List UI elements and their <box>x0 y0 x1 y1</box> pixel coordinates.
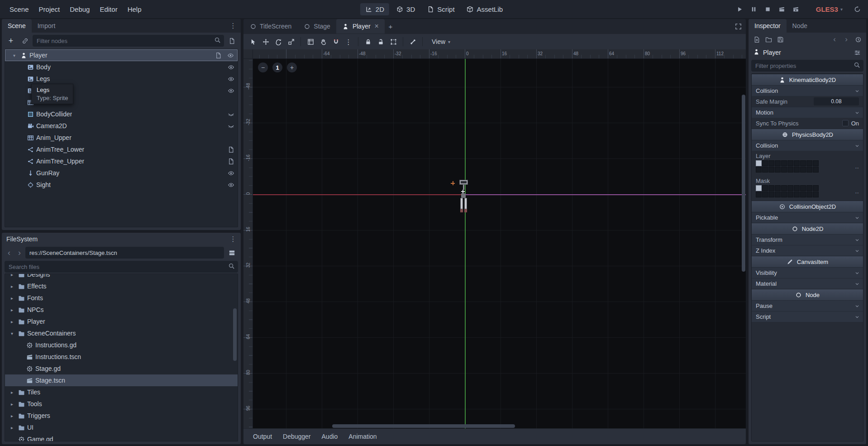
current-path-field[interactable] <box>25 247 224 259</box>
inspector-tab-node[interactable]: Node <box>787 19 813 33</box>
layer-bit-15[interactable] <box>781 167 787 173</box>
tab-close-button[interactable]: × <box>375 22 379 30</box>
split-mode-button[interactable] <box>225 247 238 259</box>
panel-tab-audio[interactable]: Audio <box>317 430 343 443</box>
menu-editor[interactable]: Editor <box>95 3 122 16</box>
canvas-hscrollbar[interactable] <box>332 424 515 428</box>
collapse-arrow-icon[interactable]: ▾ <box>9 331 15 336</box>
file-instructions-gd[interactable]: Instructions.gd <box>5 339 238 351</box>
mask-bit-5[interactable] <box>781 185 787 191</box>
file-tools[interactable]: ▸Tools <box>5 398 238 410</box>
section-collision[interactable]: Collision <box>752 140 863 151</box>
file-effects[interactable]: ▸Effects <box>5 280 238 292</box>
add-node-button[interactable]: + <box>5 35 17 47</box>
file-scenecontainers[interactable]: ▾SceneContainers <box>5 327 238 339</box>
layer-bit-11[interactable] <box>756 167 762 173</box>
scene-node-gunray[interactable]: GunRay <box>5 167 238 179</box>
history-back-button[interactable]: ‹ <box>5 247 14 258</box>
mask-bit-6[interactable] <box>787 185 793 191</box>
mask-bit-1[interactable] <box>756 185 762 191</box>
sync-to-physics-checkbox[interactable] <box>842 120 849 126</box>
menu-debug[interactable]: Debug <box>65 3 95 16</box>
mask-bit-8[interactable] <box>800 185 806 191</box>
scene-node-animtree-upper[interactable]: AnimTree_Upper <box>5 155 238 167</box>
search-files-input[interactable] <box>5 261 238 273</box>
view-menu-button[interactable]: View▾ <box>426 36 456 47</box>
eye-open-button[interactable] <box>225 50 235 60</box>
file-designs[interactable]: ▸Designs <box>5 273 238 280</box>
menu-project[interactable]: Project <box>34 3 65 16</box>
mask-bit-17[interactable] <box>794 192 800 197</box>
nav-forward-button[interactable]: › <box>841 34 852 45</box>
play-scene-button[interactable] <box>776 3 788 15</box>
file-stage-tscn[interactable]: Stage.tscn <box>5 374 238 386</box>
layer-bit-19[interactable] <box>806 167 812 173</box>
history-forward-button[interactable]: › <box>15 247 24 258</box>
new-scene-tab-button[interactable]: + <box>385 19 396 34</box>
eye-open-button[interactable] <box>226 62 236 72</box>
mask-bit-15[interactable] <box>781 192 787 197</box>
workspace-2d[interactable]: 2D <box>360 3 389 15</box>
workspace-assetlib[interactable]: AssetLib <box>462 3 508 15</box>
expand-arrow-icon[interactable]: ▸ <box>9 273 15 277</box>
section-motion[interactable]: Motion <box>752 107 863 118</box>
expand-arrow-icon[interactable]: ▸ <box>9 319 15 324</box>
section-script[interactable]: Script <box>752 311 863 322</box>
scene-node-legs[interactable]: Legs <box>5 73 238 85</box>
mask-bit-3[interactable] <box>768 185 774 191</box>
collapse-arrow-icon[interactable]: ▾ <box>11 53 18 58</box>
mask-bit-19[interactable] <box>806 192 812 197</box>
category-physicsbody2d[interactable]: PhysicsBody2D <box>752 129 863 140</box>
dock-menu-button[interactable]: ⋮ <box>227 19 239 33</box>
play-custom-scene-button[interactable] <box>790 3 802 15</box>
expand-arrow-icon[interactable]: ▸ <box>9 284 15 289</box>
scene-tab-titlescreen[interactable]: TitleScreen <box>243 19 297 34</box>
expand-arrow-icon[interactable]: ▸ <box>9 307 15 312</box>
layer-bit-2[interactable] <box>762 160 768 166</box>
file-tiles[interactable]: ▸Tiles <box>5 386 238 398</box>
select-tool-button[interactable] <box>247 36 259 48</box>
eye-open-button[interactable] <box>226 86 236 96</box>
file-stage-gd[interactable]: Stage.gd <box>5 363 238 374</box>
layer-bit-20[interactable] <box>813 167 819 173</box>
scene-tab-stage[interactable]: Stage <box>297 19 336 34</box>
dock-menu-button[interactable]: ⋮ <box>227 235 239 243</box>
section-material[interactable]: Material <box>752 278 863 289</box>
category-collisionobject2d[interactable]: CollisionObject2D <box>752 201 863 212</box>
skeleton-bone-button[interactable] <box>407 36 419 48</box>
mask-bit-13[interactable] <box>768 192 774 197</box>
2d-viewport-canvas[interactable]: − 1 + <box>253 58 746 428</box>
instance-scene-button[interactable] <box>19 35 31 47</box>
mask-bit-9[interactable] <box>806 185 812 191</box>
pan-tool-button[interactable] <box>317 36 329 48</box>
workspace-script[interactable]: Script <box>422 3 459 15</box>
file-fonts[interactable]: ▸Fonts <box>5 292 238 304</box>
inspector-options-button[interactable] <box>852 48 862 58</box>
eye-open-button[interactable] <box>226 168 236 178</box>
script-button[interactable] <box>226 156 236 166</box>
scene-node-body[interactable]: Body <box>5 61 238 73</box>
mask-bit-11[interactable] <box>756 192 762 197</box>
file-instructions-tscn[interactable]: Instructions.tscn <box>5 351 238 363</box>
section-z-index[interactable]: Z Index <box>752 245 863 256</box>
new-resource-button[interactable] <box>751 34 762 45</box>
layer-bit-9[interactable] <box>806 160 812 166</box>
panel-tab-animation[interactable]: Animation <box>343 430 382 443</box>
script-button[interactable] <box>213 50 223 60</box>
expand-arrow-icon[interactable]: ▸ <box>9 402 15 407</box>
unlock-object-button[interactable] <box>375 36 386 48</box>
pause-button[interactable] <box>748 3 760 15</box>
section-pickable[interactable]: Pickable <box>752 212 863 223</box>
layer-bit-1[interactable] <box>756 160 762 166</box>
zoom-in-button[interactable]: + <box>287 62 297 72</box>
scene-node-player[interactable]: ▾Player <box>5 49 238 61</box>
layer-bit-8[interactable] <box>800 160 806 166</box>
load-resource-button[interactable] <box>763 34 774 45</box>
renderer-select[interactable]: GLES3 ▾ <box>816 5 843 13</box>
dock-tab-import[interactable]: Import <box>32 19 62 33</box>
filter-nodes-input[interactable] <box>33 35 224 47</box>
canvas-vscrollbar[interactable] <box>742 95 745 272</box>
workspace-3d[interactable]: 3D <box>391 3 420 15</box>
panel-tab-debugger[interactable]: Debugger <box>278 430 316 443</box>
layer-bit-18[interactable] <box>800 167 806 173</box>
